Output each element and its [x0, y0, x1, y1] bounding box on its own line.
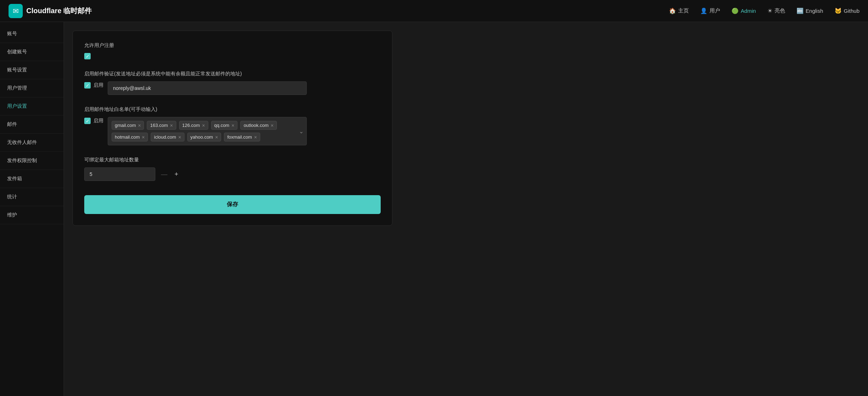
email-verification-input-wrapper [108, 81, 307, 95]
nav-user[interactable]: 👤 用户 [700, 7, 720, 14]
stepper-row: — + [84, 167, 381, 181]
allow-registration-label: 允许用户注册 [84, 42, 381, 49]
nav-language-label: English [806, 8, 823, 14]
tag-foxmail: foxmail.com × [224, 133, 260, 141]
tag-126: 126.com × [179, 121, 208, 130]
sidebar-item-send-permission[interactable]: 发件权限控制 [0, 152, 64, 170]
nav-theme[interactable]: ☀ 亮色 [767, 7, 785, 14]
tag-126-remove[interactable]: × [202, 123, 205, 128]
email-verification-enabled-label: 启用 [93, 82, 103, 89]
github-icon: 🐱 [835, 7, 842, 14]
sidebar: 账号 创建账号 账号设置 用户管理 用户设置 邮件 无收件人邮件 发件权限控制 … [0, 22, 64, 396]
sidebar-item-account-settings[interactable]: 账号设置 [0, 61, 64, 79]
tags-expand-button[interactable]: ⌄ [299, 128, 304, 135]
stepper-increment-button[interactable]: + [173, 171, 180, 178]
whitelist-label: 启用邮件地址白名单(可手动输入) [84, 106, 381, 113]
sidebar-item-account[interactable]: 账号 [0, 25, 64, 43]
whitelist-checkbox[interactable]: ✓ [84, 118, 91, 124]
stepper-divider: — [161, 171, 167, 178]
settings-panel: 允许用户注册 ✓ 启用邮件验证(发送地址必须是系统中能有余额且能正常发送邮件的地… [73, 31, 392, 226]
nav-admin-label: Admin [741, 8, 756, 14]
sun-icon: ☀ [767, 7, 772, 14]
max-mailboxes-section: 可绑定最大邮箱地址数量 — + [84, 157, 381, 181]
home-icon: 🏠 [669, 7, 676, 14]
tag-icloud-remove[interactable]: × [178, 135, 181, 140]
email-verification-input[interactable] [108, 81, 307, 95]
tag-qq: qq.com × [211, 121, 238, 130]
stepper-buttons: — + [161, 171, 180, 178]
layout: 账号 创建账号 账号设置 用户管理 用户设置 邮件 无收件人邮件 发件权限控制 … [0, 22, 868, 396]
email-verification-checkbox-group: ✓ 启用 [84, 81, 103, 89]
allow-registration-checkbox-row: ✓ [84, 53, 381, 59]
nav-admin[interactable]: 🟢 Admin [732, 7, 756, 14]
email-verification-section: 启用邮件验证(发送地址必须是系统中能有余额且能正常发送邮件的地址) ✓ 启用 [84, 71, 381, 95]
nav-github-label: Github [844, 8, 859, 14]
nav-user-label: 用户 [709, 7, 720, 14]
tag-hotmail-remove[interactable]: × [142, 135, 145, 140]
sidebar-item-no-recipient-mail[interactable]: 无收件人邮件 [0, 134, 64, 152]
save-button[interactable]: 保存 [84, 195, 381, 214]
whitelist-checkbox-group: ✓ 启用 [84, 117, 103, 124]
tag-163: 163.com × [147, 121, 176, 130]
sidebar-item-user-management[interactable]: 用户管理 [0, 79, 64, 97]
logo-icon: ✉ [9, 4, 23, 18]
tag-hotmail: hotmail.com × [112, 133, 148, 141]
app-title: Cloudflare 临时邮件 [26, 6, 92, 16]
header-nav: 🏠 主页 👤 用户 🟢 Admin ☀ 亮色 🔤 English 🐱 Githu… [669, 7, 859, 14]
max-mailboxes-input[interactable] [84, 167, 155, 181]
allow-registration-checkbox[interactable]: ✓ [84, 53, 91, 59]
whitelist-row: ✓ 启用 gmail.com × 163.com × 126. [84, 117, 381, 145]
main-content: 允许用户注册 ✓ 启用邮件验证(发送地址必须是系统中能有余额且能正常发送邮件的地… [64, 22, 868, 396]
email-verification-checkbox[interactable]: ✓ [84, 82, 91, 89]
sidebar-item-stats[interactable]: 统计 [0, 188, 64, 206]
logo: ✉ Cloudflare 临时邮件 [9, 4, 92, 18]
user-icon: 👤 [700, 7, 707, 14]
header: ✉ Cloudflare 临时邮件 🏠 主页 👤 用户 🟢 Admin ☀ 亮色… [0, 0, 868, 22]
tag-yahoo-remove[interactable]: × [215, 135, 218, 140]
nav-home[interactable]: 🏠 主页 [669, 7, 689, 14]
allow-registration-section: 允许用户注册 ✓ [84, 42, 381, 59]
nav-github[interactable]: 🐱 Github [835, 7, 859, 14]
sidebar-item-create-account[interactable]: 创建账号 [0, 43, 64, 61]
max-mailboxes-label: 可绑定最大邮箱地址数量 [84, 157, 381, 163]
nav-language[interactable]: 🔤 English [797, 7, 823, 14]
whitelist-enabled-label: 启用 [93, 118, 103, 124]
admin-icon: 🟢 [732, 7, 739, 14]
email-verification-label: 启用邮件验证(发送地址必须是系统中能有余额且能正常发送邮件的地址) [84, 71, 381, 77]
sidebar-item-outbox[interactable]: 发件箱 [0, 170, 64, 188]
whitelist-tags-container[interactable]: gmail.com × 163.com × 126.com × qq.com [108, 117, 307, 145]
tag-foxmail-remove[interactable]: × [254, 135, 257, 140]
tag-qq-remove[interactable]: × [231, 123, 234, 128]
language-icon: 🔤 [797, 7, 804, 14]
tag-yahoo: yahoo.com × [187, 133, 221, 141]
sidebar-item-user-settings[interactable]: 用户设置 [0, 97, 64, 116]
whitelist-section: 启用邮件地址白名单(可手动输入) ✓ 启用 gmail.com × 163.co… [84, 106, 381, 145]
tag-gmail-remove[interactable]: × [138, 123, 141, 128]
nav-theme-label: 亮色 [775, 7, 785, 14]
tag-outlook-remove[interactable]: × [270, 123, 273, 128]
tag-gmail: gmail.com × [112, 121, 144, 130]
sidebar-item-mail[interactable]: 邮件 [0, 116, 64, 134]
nav-home-label: 主页 [678, 7, 689, 14]
tag-163-remove[interactable]: × [170, 123, 173, 128]
email-verification-row: ✓ 启用 [84, 81, 381, 95]
tag-icloud: icloud.com × [151, 133, 184, 141]
tag-outlook: outlook.com × [240, 121, 277, 130]
sidebar-item-maintenance[interactable]: 维护 [0, 206, 64, 224]
